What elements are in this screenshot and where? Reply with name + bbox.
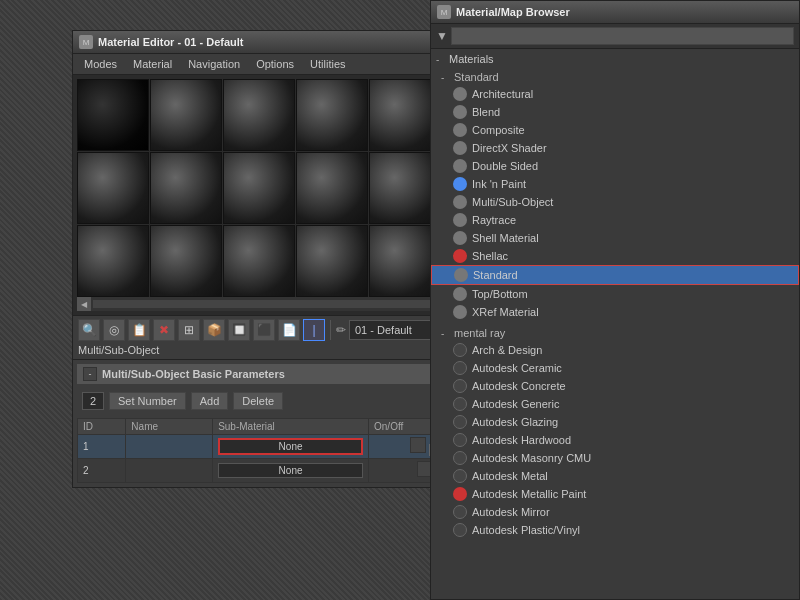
- menu-modes[interactable]: Modes: [81, 57, 120, 71]
- item-multi-sub[interactable]: Multi/Sub-Object: [431, 193, 799, 211]
- sphere-3-4[interactable]: [296, 225, 368, 297]
- top-bottom-label: Top/Bottom: [472, 288, 528, 300]
- set-number-button[interactable]: Set Number: [109, 392, 186, 410]
- toolbar-btn-6[interactable]: 🔲: [228, 319, 250, 341]
- autodesk-plastic-label: Autodesk Plastic/Vinyl: [472, 524, 580, 536]
- material-name-value: 01 - Default: [355, 324, 412, 336]
- item-standard[interactable]: Standard: [431, 265, 799, 285]
- item-ink-paint[interactable]: Ink 'n Paint: [431, 175, 799, 193]
- add-button[interactable]: Add: [191, 392, 229, 410]
- item-autodesk-plastic[interactable]: Autodesk Plastic/Vinyl: [431, 521, 799, 539]
- row1-color-swatch[interactable]: [410, 437, 426, 453]
- sphere-3-1[interactable]: [77, 225, 149, 297]
- autodesk-mirror-label: Autodesk Mirror: [472, 506, 550, 518]
- item-shellac[interactable]: Shellac: [431, 247, 799, 265]
- row2-id: 2: [78, 459, 126, 483]
- item-autodesk-glazing[interactable]: Autodesk Glazing: [431, 413, 799, 431]
- sphere-2-4[interactable]: [296, 152, 368, 224]
- standard-group: - Standard Architectural Blend Composite: [431, 67, 799, 323]
- sphere-3-3[interactable]: [223, 225, 295, 297]
- item-blend[interactable]: Blend: [431, 103, 799, 121]
- sphere-2-2[interactable]: [150, 152, 222, 224]
- ink-paint-icon: [453, 177, 467, 191]
- toolbar-btn-active[interactable]: |: [303, 319, 325, 341]
- toolbar-btn-delete[interactable]: ✖: [153, 319, 175, 341]
- item-autodesk-generic[interactable]: Autodesk Generic: [431, 395, 799, 413]
- horizontal-scrollbar[interactable]: ◀ ▶: [77, 297, 481, 311]
- toolbar-btn-8[interactable]: 📄: [278, 319, 300, 341]
- item-composite[interactable]: Composite: [431, 121, 799, 139]
- menu-material[interactable]: Material: [130, 57, 175, 71]
- item-shell-material[interactable]: Shell Material: [431, 229, 799, 247]
- item-autodesk-masonry[interactable]: Autodesk Masonry CMU: [431, 449, 799, 467]
- item-autodesk-mirror[interactable]: Autodesk Mirror: [431, 503, 799, 521]
- arch-design-label: Arch & Design: [472, 344, 542, 356]
- item-autodesk-metallic-paint[interactable]: Autodesk Metallic Paint: [431, 485, 799, 503]
- shellac-label: Shellac: [472, 250, 508, 262]
- set-number-value[interactable]: 2: [82, 392, 104, 410]
- row2-none-button[interactable]: None: [218, 463, 363, 478]
- item-raytrace[interactable]: Raytrace: [431, 211, 799, 229]
- item-autodesk-hardwood[interactable]: Autodesk Hardwood: [431, 431, 799, 449]
- toolbar-btn-3[interactable]: 📋: [128, 319, 150, 341]
- menu-utilities[interactable]: Utilities: [307, 57, 348, 71]
- standard-group-header[interactable]: - Standard: [431, 69, 799, 85]
- arch-design-icon: [453, 343, 467, 357]
- scroll-left-arrow[interactable]: ◀: [77, 297, 91, 311]
- autodesk-hardwood-icon: [453, 433, 467, 447]
- row1-sub-material: None: [213, 435, 369, 459]
- item-top-bottom[interactable]: Top/Bottom: [431, 285, 799, 303]
- sphere-2-3[interactable]: [223, 152, 295, 224]
- shell-material-label: Shell Material: [472, 232, 539, 244]
- browser-tree: - Materials - Standard Architectural Ble…: [431, 49, 799, 599]
- menu-navigation[interactable]: Navigation: [185, 57, 243, 71]
- top-bottom-icon: [453, 287, 467, 301]
- h-scroll-track: [93, 300, 465, 308]
- sphere-1-3[interactable]: [223, 79, 295, 151]
- multi-sub-icon: [453, 195, 467, 209]
- standard-expand-icon: -: [441, 72, 451, 83]
- browser-search-area: ▼: [431, 24, 799, 49]
- row1-none-button[interactable]: None: [218, 438, 363, 455]
- row1-name: [126, 435, 213, 459]
- item-xref[interactable]: XRef Material: [431, 303, 799, 321]
- item-autodesk-concrete[interactable]: Autodesk Concrete: [431, 377, 799, 395]
- item-autodesk-metal[interactable]: Autodesk Metal: [431, 467, 799, 485]
- item-directx[interactable]: DirectX Shader: [431, 139, 799, 157]
- mental-ray-header[interactable]: - mental ray: [431, 325, 799, 341]
- material-type-label: Multi/Sub-Object: [78, 344, 159, 356]
- toolbar-btn-7[interactable]: ⬛: [253, 319, 275, 341]
- toolbar-btn-2[interactable]: ◎: [103, 319, 125, 341]
- preview-grid: [77, 79, 481, 297]
- menu-options[interactable]: Options: [253, 57, 297, 71]
- toolbar-btn-1[interactable]: 🔍: [78, 319, 100, 341]
- double-sided-icon: [453, 159, 467, 173]
- raytrace-label: Raytrace: [472, 214, 516, 226]
- item-arch-design[interactable]: Arch & Design: [431, 341, 799, 359]
- item-architectural[interactable]: Architectural: [431, 85, 799, 103]
- delete-button[interactable]: Delete: [233, 392, 283, 410]
- row2-sub-material: None: [213, 459, 369, 483]
- browser-search-input[interactable]: [451, 27, 794, 45]
- mental-ray-expand-icon: -: [441, 328, 451, 339]
- params-collapse-btn[interactable]: -: [83, 367, 97, 381]
- sphere-1-2[interactable]: [150, 79, 222, 151]
- item-autodesk-ceramic[interactable]: Autodesk Ceramic: [431, 359, 799, 377]
- sphere-3-2[interactable]: [150, 225, 222, 297]
- item-double-sided[interactable]: Double Sided: [431, 157, 799, 175]
- browser-title: Material/Map Browser: [456, 6, 570, 18]
- toolbar-btn-4[interactable]: ⊞: [178, 319, 200, 341]
- pencil-icon: ✏: [336, 323, 346, 337]
- toolbar-btn-5[interactable]: 📦: [203, 319, 225, 341]
- sphere-1-4[interactable]: [296, 79, 368, 151]
- browser-dropdown-arrow-icon[interactable]: ▼: [436, 29, 448, 43]
- sphere-2-1[interactable]: [77, 152, 149, 224]
- xref-icon: [453, 305, 467, 319]
- sphere-1-1[interactable]: [77, 79, 149, 151]
- autodesk-glazing-icon: [453, 415, 467, 429]
- xref-label: XRef Material: [472, 306, 539, 318]
- composite-icon: [453, 123, 467, 137]
- browser-titlebar: M Material/Map Browser: [431, 1, 799, 24]
- autodesk-generic-label: Autodesk Generic: [472, 398, 559, 410]
- materials-header[interactable]: - Materials: [431, 51, 799, 67]
